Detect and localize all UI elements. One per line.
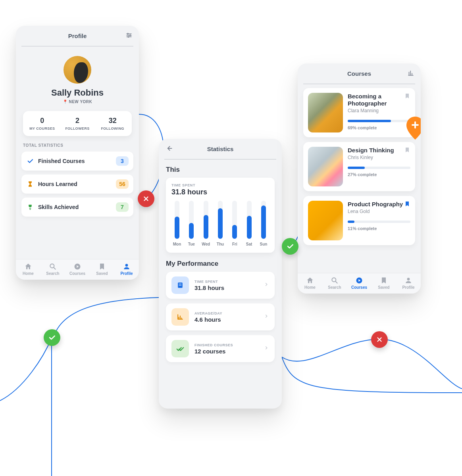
perf-finished-courses[interactable]: FINISHED COURSES 12 courses [166, 335, 275, 362]
stats-title: Statistics [207, 146, 234, 152]
bar-tue: Tue [187, 201, 196, 246]
nav-search[interactable]: Search [322, 276, 347, 290]
bar-wed: Wed [201, 201, 211, 246]
hourglass-icon [26, 180, 34, 188]
badge-hours: 56 [116, 179, 129, 189]
bookmark-icon[interactable] [404, 201, 410, 209]
stats-heading: This [166, 166, 275, 174]
progress-bar [348, 167, 410, 169]
bar-chart-icon [171, 308, 189, 326]
nav-saved[interactable]: Saved [90, 263, 114, 276]
courses-title: Courses [347, 70, 371, 77]
settings-sliders-icon[interactable] [125, 32, 133, 40]
time-spent-label: TIME SPENT [171, 183, 269, 187]
book-icon [171, 276, 189, 294]
profile-location: 📍 NEW YORK [21, 100, 133, 104]
badge-finished: 3 [116, 156, 129, 166]
profile-topbar: Profile [21, 26, 133, 46]
courses-bottom-nav: Home Search Courses Saved Profile [298, 273, 421, 294]
profile-name: Sally Robins [21, 88, 133, 98]
bar-sat: Sat [244, 201, 254, 246]
stat-followers[interactable]: 2 FOLLOWERS [60, 117, 95, 131]
stat-my-courses[interactable]: 0 MY COURSES [25, 117, 60, 131]
chevron-right-icon [264, 345, 269, 352]
nav-saved[interactable]: Saved [372, 276, 396, 290]
badge-skills: 7 [116, 202, 129, 212]
nav-search[interactable]: Search [40, 263, 65, 276]
svg-point-5 [125, 264, 128, 267]
my-performance-heading: My Performance [166, 260, 275, 268]
nav-home[interactable]: Home [16, 263, 40, 276]
progress-bar [348, 221, 410, 223]
decision-no-1 [138, 190, 154, 207]
avatar[interactable] [64, 56, 91, 84]
decision-ok-1 [282, 238, 298, 255]
svg-point-0 [127, 33, 129, 34]
bookmark-icon[interactable] [404, 93, 410, 101]
back-arrow-icon[interactable] [165, 144, 173, 154]
course-card-2[interactable]: Design Thinking Chris Kinley 27% complet… [303, 142, 415, 191]
svg-point-9 [407, 278, 410, 280]
decision-ok-2 [44, 329, 60, 346]
bookmark-icon[interactable] [404, 147, 410, 155]
check-icon [26, 157, 34, 165]
bar-sun: Sun [259, 201, 268, 246]
bar-fri: Fri [230, 201, 239, 246]
svg-point-2 [128, 36, 129, 37]
nav-home[interactable]: Home [298, 276, 322, 290]
svg-point-1 [130, 35, 131, 36]
chevron-right-icon [264, 282, 269, 289]
nav-courses[interactable]: Courses [65, 263, 90, 276]
decision-no-2 [371, 331, 388, 348]
stat-following[interactable]: 32 FOLLOWING [95, 117, 130, 131]
trophy-icon [26, 203, 34, 211]
bar-thu: Thu [216, 201, 225, 246]
stat-card-skills-achieved[interactable]: Skills Achieved 7 [21, 198, 133, 217]
nav-profile[interactable]: Profile [114, 263, 139, 276]
courses-screen: Courses Becoming a Photographer Clara Ma… [298, 63, 421, 294]
course-card-3[interactable]: Product Phography Lena Gold 11% complete [303, 196, 415, 245]
stat-card-hours-learned[interactable]: Hours Learned 56 [21, 175, 133, 194]
nav-courses[interactable]: Courses [347, 276, 372, 290]
bar-mon: Mon [172, 201, 182, 246]
chevron-right-icon [264, 313, 269, 321]
weekly-bar-chart: MonTueWedThuFriSatSun [172, 203, 268, 246]
stat-card-finished-courses[interactable]: Finished Courses 3 [21, 152, 133, 171]
pin-icon: 📍 [63, 100, 68, 104]
profile-screen: Profile Sally Robins 📍 NEW YORK 0 MY COU… [16, 26, 139, 280]
course-thumbnail [308, 93, 343, 132]
courses-topbar: Courses [303, 63, 415, 84]
nav-profile[interactable]: Profile [396, 276, 421, 290]
total-statistics-label: TOTAL STATISTICS [23, 143, 132, 148]
stats-body: This TIME SPENT 31.8 hours MonTueWedThuF… [159, 159, 282, 365]
progress-bar [348, 120, 410, 122]
add-location-pin-icon[interactable] [406, 117, 421, 138]
time-spent-value: 31.8 hours [171, 188, 269, 196]
profile-body: Sally Robins 📍 NEW YORK 0 MY COURSES 2 F… [16, 46, 139, 222]
profile-bottom-nav: Home Search Courses Saved Profile [16, 259, 139, 280]
statistics-screen: Statistics This TIME SPENT 31.8 hours Mo… [159, 139, 282, 409]
profile-title: Profile [68, 33, 87, 39]
course-thumbnail [308, 147, 343, 186]
course-thumbnail [308, 201, 343, 240]
stats-bars-icon[interactable] [407, 69, 414, 78]
course-card-1[interactable]: Becoming a Photographer Clara Manning 69… [303, 88, 415, 137]
stats-topbar: Statistics [164, 139, 276, 159]
perf-time-spent[interactable]: TIME SPENT 31.8 hours [166, 272, 275, 299]
time-spent-card: TIME SPENT 31.8 hours MonTueWedThuFriSat… [166, 178, 275, 253]
double-check-icon [171, 340, 189, 357]
profile-stats-row: 0 MY COURSES 2 FOLLOWERS 32 FOLLOWING [23, 111, 132, 136]
perf-average-day[interactable]: AVERAGE/DAY 4.6 hours [166, 303, 275, 330]
